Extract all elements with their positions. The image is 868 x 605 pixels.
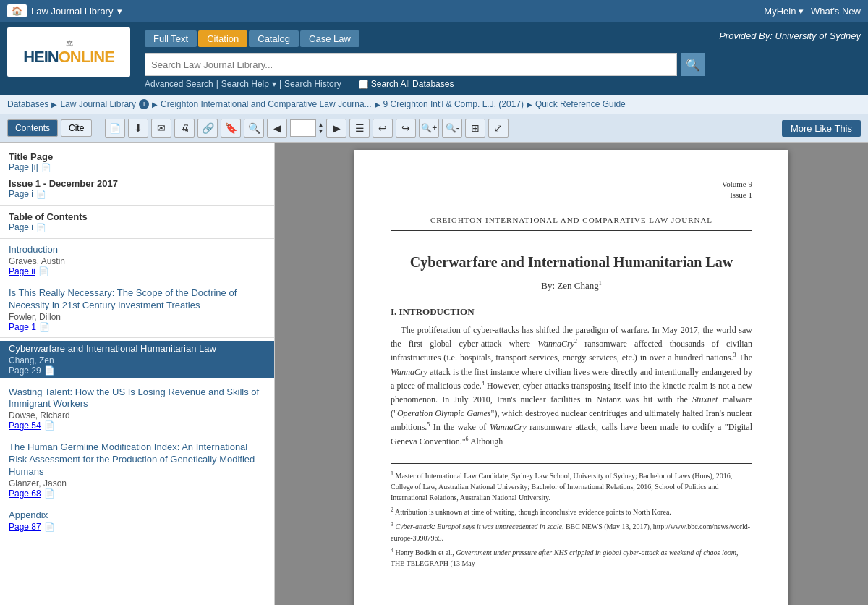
- doc-title: Cyberwarfare and International Humanitar…: [391, 253, 752, 271]
- list-view-button[interactable]: ☰: [349, 119, 370, 138]
- entry-page-necessity[interactable]: Page 1 📄: [9, 322, 265, 332]
- zoom-in-button[interactable]: 🔍+: [419, 119, 439, 138]
- search-help-link[interactable]: Search Help: [221, 79, 269, 89]
- doc-volume: Volume 9: [722, 179, 752, 188]
- sidebar-entry-wasting[interactable]: Wasting Talent: How the US Is Losing Rev…: [0, 384, 274, 433]
- entry-author-germline: Glanzer, Jason: [9, 478, 265, 488]
- entry-title-wasting: Wasting Talent: How the US Is Losing Rev…: [9, 386, 265, 411]
- entry-pdf-appendix[interactable]: 📄: [44, 522, 55, 532]
- help-dropdown-icon[interactable]: ▾: [272, 79, 276, 89]
- tab-case-law[interactable]: Case Law: [300, 30, 359, 47]
- prev-page-button[interactable]: ◀: [267, 119, 287, 138]
- entry-pdf-introduction[interactable]: 📄: [38, 266, 49, 276]
- entry-pdf-germline[interactable]: 📄: [44, 488, 55, 499]
- entry-page-link-germline[interactable]: Page 68: [9, 488, 41, 499]
- print-button[interactable]: 🖨: [174, 119, 195, 138]
- search-input[interactable]: [145, 53, 677, 76]
- title-page-link[interactable]: Page [i]: [9, 162, 38, 172]
- search-links: Advanced Search | Search Help ▾ | Search…: [145, 79, 705, 89]
- sidebar-divider3: [0, 282, 274, 282]
- next-page-button[interactable]: ▶: [326, 119, 346, 138]
- grid-view-button[interactable]: ⊞: [465, 119, 485, 138]
- link-button[interactable]: 🔗: [197, 119, 218, 138]
- app-name: Law Journal Library: [31, 6, 113, 17]
- sidebar-issue-section: Issue 1 - December 2017 Page i 📄: [0, 175, 274, 202]
- entry-page-link-necessity[interactable]: Page 1: [9, 322, 36, 332]
- entry-title-appendix: Appendix: [9, 509, 265, 522]
- email-button[interactable]: ✉: [151, 119, 171, 138]
- sidebar-divider: [0, 205, 274, 206]
- page-number-input[interactable]: 29: [290, 119, 316, 137]
- entry-page-germline[interactable]: Page 68 📄: [9, 488, 265, 499]
- app-logo-small[interactable]: 🏠: [7, 4, 27, 17]
- myhein-link[interactable]: MyHein ▾: [764, 6, 804, 17]
- sidebar-divider6: [0, 436, 274, 436]
- tab-catalog[interactable]: Catalog: [249, 30, 299, 47]
- breadcrumb-quick-ref[interactable]: Quick Reference Guide: [535, 99, 626, 109]
- sidebar-toc: Title Page Page [i] 📄 Issue 1 - December…: [0, 143, 275, 605]
- entry-page-appendix[interactable]: Page 87 📄: [9, 522, 265, 532]
- cite-button[interactable]: Cite: [61, 119, 92, 137]
- entry-page-link-introduction[interactable]: Page ii: [9, 266, 35, 276]
- entry-page-link-appendix[interactable]: Page 87: [9, 522, 41, 532]
- prev-icon: ◀: [273, 122, 281, 134]
- entry-title-necessity: Is This Really Necessary: The Scope of t…: [9, 287, 265, 312]
- toc-pdf-icon[interactable]: 📄: [36, 223, 46, 232]
- entry-author-cyberwarfare: Chang, Zen: [9, 355, 265, 365]
- entry-page-introduction[interactable]: Page ii 📄: [9, 266, 265, 276]
- more-like-this-button[interactable]: More Like This: [782, 120, 861, 137]
- doc-viewer: Volume 9 Issue 1 CREIGHTON INTERNATIONAL…: [275, 143, 868, 605]
- toc-page-link[interactable]: Page i 📄: [9, 222, 265, 232]
- whats-new-link[interactable]: What's New: [811, 6, 861, 17]
- entry-page-cyberwarfare[interactable]: Page 29 📄: [9, 365, 265, 376]
- tab-full-text[interactable]: Full Text: [145, 30, 197, 47]
- redo-button[interactable]: ↪: [396, 119, 416, 138]
- breadcrumb-law-journal[interactable]: Law Journal Library: [60, 99, 136, 109]
- sidebar-issue-page[interactable]: Page i 📄: [9, 189, 265, 199]
- sidebar-issue-label: Issue 1 - December 2017: [9, 178, 265, 189]
- page-number-area: 29 ▲▼: [290, 119, 323, 137]
- info-icon[interactable]: i: [139, 99, 149, 109]
- sidebar-title-page-link[interactable]: Page [i] 📄: [9, 162, 265, 172]
- entry-page-wasting[interactable]: Page 54 📄: [9, 420, 265, 431]
- hein-logo[interactable]: ⚖ HEINONLINE: [7, 28, 130, 77]
- sidebar-entry-appendix[interactable]: Appendix Page 87 📄: [0, 507, 274, 534]
- entry-pdf-cyberwarfare[interactable]: 📄: [44, 365, 55, 376]
- pdf-button[interactable]: 📄: [105, 119, 125, 138]
- sidebar-entry-cyberwarfare[interactable]: Cyberwarfare and International Humanitar…: [0, 341, 274, 378]
- search-all-checkbox[interactable]: [359, 80, 368, 89]
- issue-page-link[interactable]: Page i: [9, 189, 33, 199]
- contents-button[interactable]: Contents: [7, 119, 58, 137]
- doc-journal-name: CREIGHTON INTERNATIONAL AND COMPARATIVE …: [391, 216, 752, 231]
- entry-page-link-wasting[interactable]: Page 54: [9, 420, 41, 431]
- tab-citation[interactable]: Citation: [198, 30, 247, 47]
- breadcrumb: Databases ▶ Law Journal Library i ▶ Crei…: [0, 95, 868, 114]
- entry-pdf-necessity[interactable]: 📄: [39, 322, 50, 332]
- search-doc-button[interactable]: 🔍: [244, 119, 264, 138]
- breadcrumb-volume[interactable]: 9 Creighton Int'l & Comp. L.J. (2017): [383, 99, 524, 109]
- toc-link[interactable]: Page i: [9, 222, 33, 232]
- entry-title-introduction: Introduction: [9, 244, 265, 256]
- sidebar-divider5: [0, 381, 274, 381]
- search-history-link[interactable]: Search History: [284, 79, 341, 89]
- title-page-pdf-icon[interactable]: 📄: [41, 163, 51, 172]
- bookmark-icon: 🔖: [225, 122, 237, 134]
- breadcrumb-journal[interactable]: Creighton International and Comparative …: [161, 99, 372, 109]
- advanced-search-link[interactable]: Advanced Search: [145, 79, 213, 89]
- page-up-icon[interactable]: ▲▼: [318, 122, 323, 135]
- download-button[interactable]: ⬇: [128, 119, 148, 138]
- bookmark-button[interactable]: 🔖: [221, 119, 241, 138]
- breadcrumb-databases[interactable]: Databases: [7, 99, 48, 109]
- sidebar-entry-introduction[interactable]: Introduction Graves, Austin Page ii 📄: [0, 242, 274, 279]
- app-dropdown-icon[interactable]: ▾: [117, 6, 122, 17]
- expand-button[interactable]: ⤢: [488, 119, 509, 138]
- doc-page: Volume 9 Issue 1 CREIGHTON INTERNATIONAL…: [354, 150, 788, 605]
- sidebar-entry-necessity[interactable]: Is This Really Necessary: The Scope of t…: [0, 285, 274, 334]
- search-all-label: Search All Databases: [371, 79, 454, 89]
- undo-button[interactable]: ↩: [373, 119, 393, 138]
- zoom-out-button[interactable]: 🔍-: [442, 119, 462, 138]
- entry-pdf-wasting[interactable]: 📄: [44, 420, 55, 431]
- issue-page-pdf-icon[interactable]: 📄: [36, 190, 46, 199]
- sidebar-entry-germline[interactable]: The Human Germline Modification Index: A…: [0, 439, 274, 501]
- search-button[interactable]: 🔍: [681, 53, 705, 76]
